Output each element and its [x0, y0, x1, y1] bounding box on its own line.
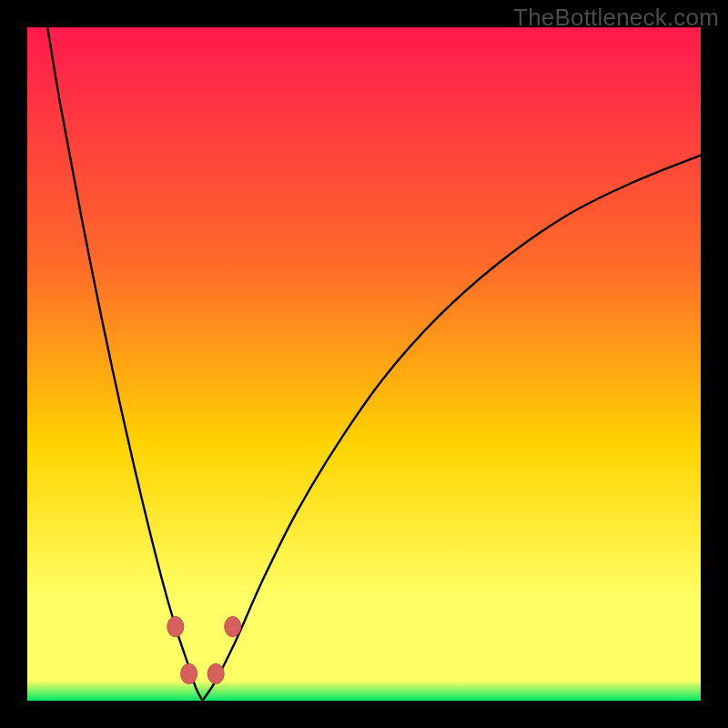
bottleneck-chart [27, 27, 701, 701]
plot-area [27, 27, 701, 701]
gradient-background [27, 27, 701, 701]
marker-dot [167, 617, 184, 637]
chart-frame: TheBottleneck.com [0, 0, 728, 728]
marker-dot [207, 663, 224, 683]
marker-dot [181, 663, 197, 683]
marker-dot [225, 617, 241, 637]
